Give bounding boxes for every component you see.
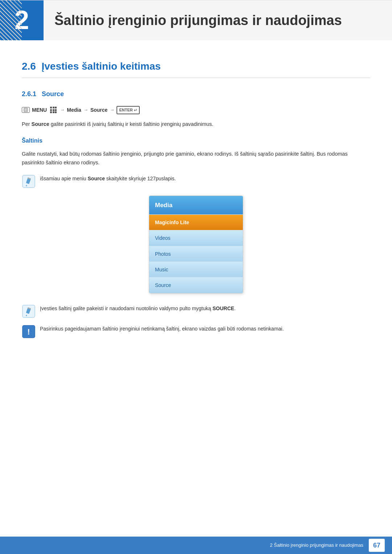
paragraph-1: Per Source galite pasirinkti iš įvairių … [22, 120, 370, 129]
menu-item-music[interactable]: Music [149, 262, 243, 277]
chapter-title: Šaltinio įrenginio prijungimas ir naudoj… [44, 9, 342, 32]
chapter-number: 2 [0, 0, 44, 40]
footer: 2 Šaltinio įrenginio prijungimas ir naud… [0, 537, 392, 554]
source-bold-2: SOURCE [212, 305, 234, 311]
paragraph-2: Galite nustatyti, kad būtų rodomas šalti… [22, 150, 370, 167]
warning-box: ! Pasirinkus pageidaujamam šaltinio įren… [22, 325, 370, 338]
svg-rect-2 [26, 109, 27, 110]
remote-icon [24, 108, 28, 112]
menu-icon [22, 107, 30, 113]
media-label: Media [67, 106, 81, 114]
enter-icon: ENTER [117, 106, 139, 115]
subsection-title: 2.6.1 Source [22, 89, 370, 99]
svg-rect-3 [25, 110, 25, 111]
footer-page: 67 [369, 539, 385, 552]
source-bold-note: Source [88, 176, 105, 181]
svg-rect-1 [25, 109, 25, 110]
section-title: 2.6 Įvesties šaltinio keitimas [22, 58, 370, 78]
source-label: Source [90, 106, 107, 114]
menu-item-videos[interactable]: Videos [149, 230, 243, 246]
main-content: 2.6 Įvesties šaltinio keitimas 2.6.1 Sou… [0, 58, 392, 374]
svg-rect-0 [24, 108, 28, 112]
menu-label: MENU [32, 106, 47, 114]
menu-item-photos[interactable]: Photos [149, 246, 243, 262]
menu-item-source[interactable]: Source [149, 277, 243, 293]
note-text-2: Įvesties šaltinį galite pakeisti ir naud… [40, 304, 236, 312]
menu-path: MENU → Media → Source → ENTER [22, 106, 370, 115]
note-icon-1 [22, 175, 36, 188]
media-menu-container: Media Magicinfo Lite Videos Photos Music… [22, 196, 370, 294]
menu-item-magicinfo[interactable]: Magicinfo Lite [149, 214, 243, 230]
arrow-3: → [110, 106, 114, 114]
grid-icon [50, 107, 57, 113]
warning-text: Pasirinkus pageidaujamam šaltinio įrengi… [40, 325, 284, 333]
svg-text:!: ! [27, 327, 30, 336]
note-box-2: Įvesties šaltinį galite pakeisti ir naud… [22, 304, 370, 318]
note-box-1: išsamiau apie meniu Source skaitykite sk… [22, 175, 370, 188]
source-bold-1: Source [32, 121, 49, 127]
note-icon-2 [22, 304, 36, 318]
arrow-2: → [83, 106, 88, 114]
chapter-header: 2 Šaltinio įrenginio prijungimas ir naud… [0, 0, 392, 40]
footer-text: 2 Šaltinio įrenginio prijungimas ir naud… [270, 542, 363, 549]
svg-rect-4 [26, 110, 27, 111]
sub-heading-saltinis: Šaltinis [22, 136, 370, 145]
media-menu: Media Magicinfo Lite Videos Photos Music… [149, 196, 243, 294]
arrow-1: → [60, 106, 65, 114]
media-menu-header: Media [149, 196, 243, 214]
note-text-1: išsamiau apie meniu Source skaitykite sk… [40, 175, 176, 182]
enter-arrow-icon [134, 108, 137, 112]
warning-icon: ! [22, 325, 36, 338]
